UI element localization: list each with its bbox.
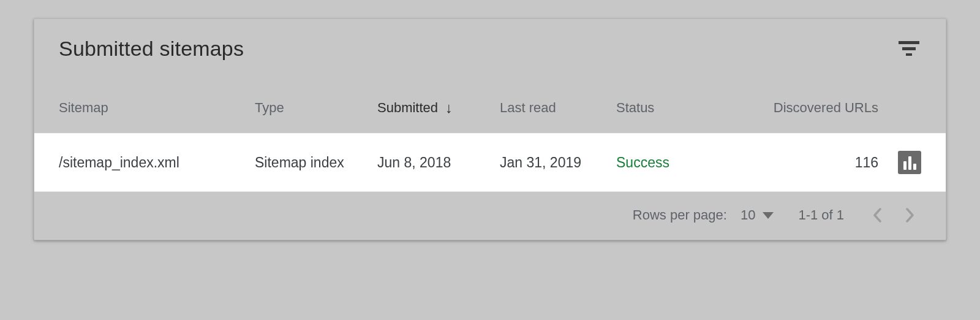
bar-chart-icon — [903, 161, 907, 170]
filter-icon — [899, 41, 919, 56]
col-header-last-read[interactable]: Last read — [500, 100, 616, 116]
svg-rect-2 — [906, 53, 912, 56]
cell-submitted: Jun 8, 2018 — [377, 154, 500, 171]
col-header-sitemap[interactable]: Sitemap — [59, 100, 255, 116]
cell-type: Sitemap index — [255, 154, 377, 171]
card-title: Submitted sitemaps — [59, 37, 244, 61]
cell-discovered-urls: 116 — [745, 154, 884, 171]
col-header-submitted[interactable]: Submitted ↓ — [377, 100, 500, 116]
rows-per-page-value: 10 — [741, 207, 755, 223]
pagination-range: 1-1 of 1 — [798, 207, 844, 223]
submitted-sitemaps-card: Submitted sitemaps Sitemap Type Submitte… — [34, 18, 946, 240]
svg-rect-1 — [902, 47, 916, 50]
next-page-button[interactable] — [899, 204, 921, 226]
cell-sitemap: /sitemap_index.xml — [59, 154, 255, 171]
sort-descending-icon: ↓ — [445, 101, 453, 115]
table-row[interactable]: /sitemap_index.xml Sitemap index Jun 8, … — [34, 133, 946, 192]
rows-per-page-select[interactable]: 10 — [741, 207, 774, 223]
filter-button[interactable] — [897, 36, 921, 61]
col-header-discovered-urls[interactable]: Discovered URLs — [745, 100, 884, 116]
chevron-right-icon — [906, 208, 914, 223]
cell-last-read: Jan 31, 2019 — [500, 154, 616, 171]
chevron-down-icon — [763, 212, 774, 219]
col-header-submitted-label: Submitted — [377, 100, 438, 116]
col-header-status[interactable]: Status — [616, 100, 745, 116]
chevron-left-icon — [873, 208, 881, 223]
svg-rect-0 — [899, 41, 919, 44]
view-report-button[interactable] — [898, 151, 921, 174]
card-header: Submitted sitemaps — [34, 19, 946, 69]
col-header-type[interactable]: Type — [255, 100, 377, 116]
rows-per-page-label: Rows per page: — [633, 207, 727, 223]
table-pagination: Rows per page: 10 1-1 of 1 — [34, 192, 946, 240]
cell-status: Success — [616, 154, 745, 171]
prev-page-button[interactable] — [866, 204, 888, 226]
table-header-row: Sitemap Type Submitted ↓ Last read Statu… — [34, 69, 946, 133]
